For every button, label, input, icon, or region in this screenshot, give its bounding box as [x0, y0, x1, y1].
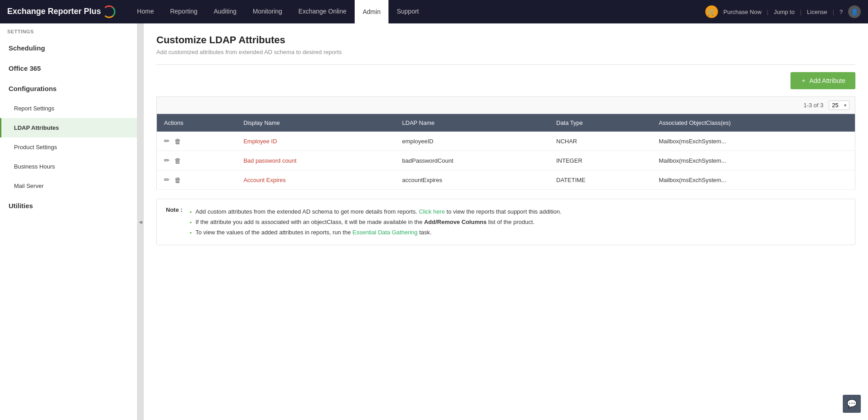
sidebar: SETTINGS Scheduling Office 365 Configura…: [0, 23, 137, 420]
sidebar-collapse-btn[interactable]: ◀: [137, 23, 144, 420]
table-body: ✏ 🗑 Employee ID employeeID NCHAR Mailbox…: [157, 132, 855, 190]
row2-ldap-name: badPasswordCount: [395, 151, 549, 170]
row1-object-class: Mailbox(msExchSystem...: [652, 132, 855, 151]
nav-home[interactable]: Home: [129, 0, 162, 23]
table-row: ✏ 🗑 Employee ID employeeID NCHAR Mailbox…: [157, 132, 855, 151]
chat-button[interactable]: 💬: [843, 395, 861, 413]
edit-icon-row3[interactable]: ✏: [164, 176, 170, 184]
sidebar-item-report-settings[interactable]: Report Settings: [0, 99, 137, 118]
note-item-3: To view the values of the added attribut…: [190, 227, 562, 237]
note-item-1: Add custom attributes from the extended …: [190, 206, 562, 217]
nav-auditing[interactable]: Auditing: [206, 0, 245, 23]
table-header: Actions Display Name LDAP Name Data Type…: [157, 114, 855, 132]
col-data-type: Data Type: [549, 114, 651, 132]
row3-data-type: DATETIME: [549, 170, 651, 190]
topbar: Exchange Reporter Plus Home Reporting Au…: [0, 0, 868, 23]
row1-display-name: Employee ID: [236, 132, 395, 151]
sidebar-item-product-settings[interactable]: Product Settings: [0, 137, 137, 157]
ldap-attributes-table: Actions Display Name LDAP Name Data Type…: [156, 114, 855, 190]
row3-ldap-name: accountExpires: [395, 170, 549, 190]
page-divider: [156, 64, 855, 65]
row3-display-name: Account Expires: [236, 170, 395, 190]
click-here-link[interactable]: Click here: [419, 208, 445, 215]
delete-icon-row3[interactable]: 🗑: [174, 176, 181, 184]
nav-admin[interactable]: Admin: [355, 0, 389, 23]
essential-data-gathering-link[interactable]: Essential Data Gathering: [352, 229, 418, 236]
table-row: ✏ 🗑 Bad password count badPasswordCount …: [157, 151, 855, 170]
content-inner: Customize LDAP Attributes Add customized…: [144, 23, 868, 420]
purchase-icon[interactable]: 🛒: [705, 5, 718, 18]
main-layout: SETTINGS Scheduling Office 365 Configura…: [0, 23, 868, 420]
nav-exchange-online[interactable]: Exchange Online: [290, 0, 355, 23]
row2-actions: ✏ 🗑: [157, 151, 237, 170]
delete-icon-row1[interactable]: 🗑: [174, 137, 181, 145]
add-attribute-button[interactable]: ＋ Add Attribute: [790, 72, 855, 89]
settings-section-header: SETTINGS: [0, 23, 137, 38]
toolbar: ＋ Add Attribute: [156, 72, 855, 89]
edit-icon-row1[interactable]: ✏: [164, 137, 170, 145]
main-nav: Home Reporting Auditing Monitoring Excha…: [129, 0, 705, 23]
nav-reporting[interactable]: Reporting: [162, 0, 206, 23]
col-actions: Actions: [157, 114, 237, 132]
note-label: Note :: [166, 206, 183, 237]
topbar-right: 🛒 Purchase Now | Jump to | License | ? 👤: [705, 5, 861, 18]
per-page-select[interactable]: 25 50 100: [829, 100, 850, 110]
col-ldap-name: LDAP Name: [395, 114, 549, 132]
nav-support[interactable]: Support: [388, 0, 427, 23]
jump-to-link[interactable]: Jump to: [774, 9, 795, 15]
sidebar-item-office365[interactable]: Office 365: [0, 58, 137, 78]
page-title: Customize LDAP Attributes: [156, 34, 855, 46]
row1-data-type: NCHAR: [549, 132, 651, 151]
sidebar-item-utilities[interactable]: Utilities: [0, 196, 137, 216]
row2-object-class: Mailbox(msExchSystem...: [652, 151, 855, 170]
per-page-wrapper: 25 50 100: [829, 100, 850, 110]
sidebar-item-scheduling[interactable]: Scheduling: [0, 38, 137, 58]
sidebar-item-configurations[interactable]: Configurations: [0, 78, 137, 99]
table-row: ✏ 🗑 Account Expires accountExpires DATET…: [157, 170, 855, 190]
pagination-bar: 1-3 of 3 25 50 100: [156, 96, 855, 114]
purchase-now-link[interactable]: Purchase Now: [723, 9, 762, 15]
license-link[interactable]: License: [807, 9, 827, 15]
user-menu-button[interactable]: 👤: [848, 5, 861, 18]
row3-actions: ✏ 🗑: [157, 170, 237, 190]
sidebar-item-ldap-attributes[interactable]: LDAP Attributes: [0, 118, 137, 137]
note-item-2: If the attribute you add is associated w…: [190, 217, 562, 227]
col-object-class: Associated ObjectClass(es): [652, 114, 855, 132]
row1-ldap-name: employeeID: [395, 132, 549, 151]
row3-object-class: Mailbox(msExchSystem...: [652, 170, 855, 190]
edit-icon-row2[interactable]: ✏: [164, 156, 170, 164]
pagination-text: 1-3 of 3: [804, 102, 823, 109]
plus-icon: ＋: [800, 77, 807, 85]
nav-monitoring[interactable]: Monitoring: [245, 0, 290, 23]
app-logo: Exchange Reporter Plus: [7, 5, 115, 18]
sidebar-item-mail-server[interactable]: Mail Server: [0, 176, 137, 196]
col-display-name: Display Name: [236, 114, 395, 132]
note-box: Note : Add custom attributes from the ex…: [156, 199, 855, 245]
content-area: Customize LDAP Attributes Add customized…: [144, 23, 868, 420]
sidebar-item-business-hours[interactable]: Business Hours: [0, 157, 137, 176]
page-subtitle: Add customized attributes from extended …: [156, 49, 855, 55]
add-attribute-label: Add Attribute: [809, 77, 845, 84]
delete-icon-row2[interactable]: 🗑: [174, 157, 181, 164]
help-link[interactable]: ?: [840, 9, 843, 15]
row2-data-type: INTEGER: [549, 151, 651, 170]
note-list: Add custom attributes from the extended …: [190, 206, 562, 237]
row2-display-name: Bad password count: [236, 151, 395, 170]
add-remove-columns-text: Add/Remove Columns: [424, 219, 487, 225]
row1-actions: ✏ 🗑: [157, 132, 237, 151]
